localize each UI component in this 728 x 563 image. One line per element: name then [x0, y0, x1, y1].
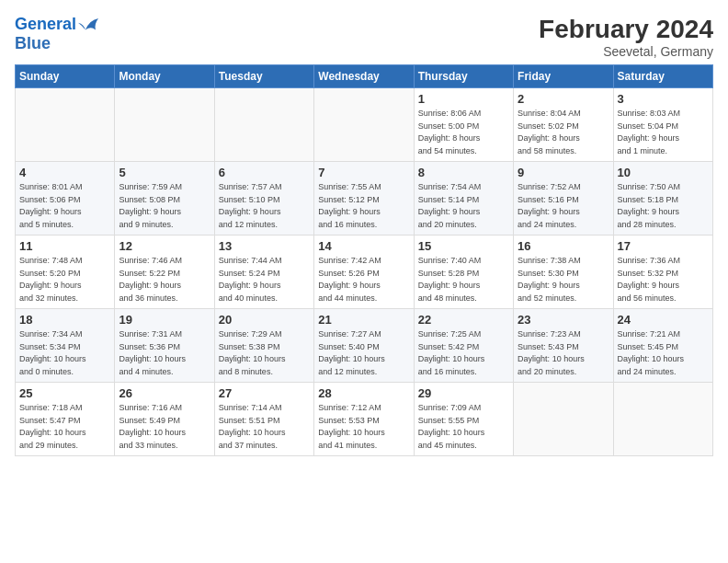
logo-general: General: [15, 15, 76, 33]
day-number: 11: [19, 239, 110, 253]
day-info: Sunrise: 7:18 AM Sunset: 5:47 PM Dayligh…: [19, 402, 110, 452]
day-number: 26: [119, 386, 210, 400]
calendar-cell: 18Sunrise: 7:34 AM Sunset: 5:34 PM Dayli…: [16, 309, 115, 383]
calendar-cell: 20Sunrise: 7:29 AM Sunset: 5:38 PM Dayli…: [214, 309, 313, 383]
calendar-cell: 13Sunrise: 7:44 AM Sunset: 5:24 PM Dayli…: [214, 236, 313, 309]
day-number: 28: [318, 386, 409, 400]
day-number: 5: [119, 166, 210, 179]
calendar-cell: 9Sunrise: 7:52 AM Sunset: 5:16 PM Daylig…: [514, 162, 613, 236]
calendar-cell: 25Sunrise: 7:18 AM Sunset: 5:47 PM Dayli…: [16, 383, 115, 456]
day-number: 23: [518, 313, 609, 327]
logo-bird-icon: [78, 15, 98, 35]
calendar-cell: 17Sunrise: 7:36 AM Sunset: 5:32 PM Dayli…: [613, 236, 712, 309]
col-friday: Friday: [514, 65, 613, 88]
calendar-cell: 23Sunrise: 7:23 AM Sunset: 5:43 PM Dayli…: [514, 309, 613, 383]
col-tuesday: Tuesday: [214, 65, 313, 88]
day-number: 18: [19, 313, 110, 327]
page-subtitle: Seevetal, Germany: [539, 44, 713, 59]
calendar-cell: 26Sunrise: 7:16 AM Sunset: 5:49 PM Dayli…: [115, 383, 214, 456]
calendar-cell: 22Sunrise: 7:25 AM Sunset: 5:42 PM Dayli…: [414, 309, 513, 383]
day-info: Sunrise: 7:57 AM Sunset: 5:10 PM Dayligh…: [219, 181, 310, 231]
calendar-week-1: 1Sunrise: 8:06 AM Sunset: 5:00 PM Daylig…: [16, 88, 713, 162]
day-number: 29: [418, 386, 509, 400]
day-number: 12: [119, 239, 210, 253]
day-number: 16: [518, 239, 609, 253]
day-info: Sunrise: 7:31 AM Sunset: 5:36 PM Dayligh…: [119, 328, 210, 378]
day-number: 15: [418, 239, 509, 253]
header: General Blue February 2024 Seevetal, Ger…: [15, 15, 713, 59]
day-info: Sunrise: 7:16 AM Sunset: 5:49 PM Dayligh…: [119, 402, 210, 452]
calendar-cell: 15Sunrise: 7:40 AM Sunset: 5:28 PM Dayli…: [414, 236, 513, 309]
day-info: Sunrise: 7:55 AM Sunset: 5:12 PM Dayligh…: [318, 181, 409, 231]
day-number: 14: [318, 239, 409, 253]
day-number: 3: [618, 92, 709, 106]
title-area: February 2024 Seevetal, Germany: [539, 15, 713, 59]
day-info: Sunrise: 7:48 AM Sunset: 5:20 PM Dayligh…: [19, 255, 110, 304]
day-info: Sunrise: 7:09 AM Sunset: 5:55 PM Dayligh…: [418, 402, 509, 452]
day-number: 25: [19, 386, 110, 400]
calendar-cell: 1Sunrise: 8:06 AM Sunset: 5:00 PM Daylig…: [414, 88, 513, 162]
day-info: Sunrise: 8:01 AM Sunset: 5:06 PM Dayligh…: [19, 181, 110, 231]
calendar-cell: 16Sunrise: 7:38 AM Sunset: 5:30 PM Dayli…: [514, 236, 613, 309]
calendar-cell: 19Sunrise: 7:31 AM Sunset: 5:36 PM Dayli…: [115, 309, 214, 383]
calendar-cell: 27Sunrise: 7:14 AM Sunset: 5:51 PM Dayli…: [214, 383, 313, 456]
calendar-header-row: Sunday Monday Tuesday Wednesday Thursday…: [16, 65, 713, 88]
day-info: Sunrise: 7:14 AM Sunset: 5:51 PM Dayligh…: [219, 402, 310, 452]
calendar-cell: 5Sunrise: 7:59 AM Sunset: 5:08 PM Daylig…: [115, 162, 214, 236]
day-number: 24: [618, 313, 709, 327]
calendar-week-4: 18Sunrise: 7:34 AM Sunset: 5:34 PM Dayli…: [16, 309, 713, 383]
calendar-cell: 4Sunrise: 8:01 AM Sunset: 5:06 PM Daylig…: [16, 162, 115, 236]
calendar-cell: [115, 88, 214, 162]
day-info: Sunrise: 7:34 AM Sunset: 5:34 PM Dayligh…: [19, 328, 110, 378]
calendar-cell: 3Sunrise: 8:03 AM Sunset: 5:04 PM Daylig…: [613, 88, 712, 162]
day-number: 22: [418, 313, 509, 327]
calendar-cell: [514, 383, 613, 456]
day-info: Sunrise: 7:38 AM Sunset: 5:30 PM Dayligh…: [518, 255, 609, 304]
day-number: 21: [318, 313, 409, 327]
day-info: Sunrise: 7:12 AM Sunset: 5:53 PM Dayligh…: [318, 402, 409, 452]
day-number: 19: [119, 313, 210, 327]
calendar-cell: 10Sunrise: 7:50 AM Sunset: 5:18 PM Dayli…: [613, 162, 712, 236]
page-title: February 2024: [539, 15, 713, 44]
logo-blue: Blue: [15, 35, 98, 53]
day-info: Sunrise: 7:40 AM Sunset: 5:28 PM Dayligh…: [418, 255, 509, 304]
calendar-cell: 14Sunrise: 7:42 AM Sunset: 5:26 PM Dayli…: [314, 236, 414, 309]
day-info: Sunrise: 7:46 AM Sunset: 5:22 PM Dayligh…: [119, 255, 210, 304]
calendar-cell: 7Sunrise: 7:55 AM Sunset: 5:12 PM Daylig…: [314, 162, 414, 236]
calendar-cell: 21Sunrise: 7:27 AM Sunset: 5:40 PM Dayli…: [314, 309, 414, 383]
logo: General Blue: [15, 15, 98, 53]
day-number: 4: [19, 166, 110, 179]
day-info: Sunrise: 7:42 AM Sunset: 5:26 PM Dayligh…: [318, 255, 409, 304]
day-number: 8: [418, 166, 509, 179]
col-wednesday: Wednesday: [314, 65, 414, 88]
calendar-cell: 8Sunrise: 7:54 AM Sunset: 5:14 PM Daylig…: [414, 162, 513, 236]
calendar-cell: [16, 88, 115, 162]
day-info: Sunrise: 8:04 AM Sunset: 5:02 PM Dayligh…: [518, 108, 609, 157]
day-number: 20: [219, 313, 310, 327]
calendar-cell: 12Sunrise: 7:46 AM Sunset: 5:22 PM Dayli…: [115, 236, 214, 309]
calendar-cell: [314, 88, 414, 162]
calendar-week-2: 4Sunrise: 8:01 AM Sunset: 5:06 PM Daylig…: [16, 162, 713, 236]
calendar-week-3: 11Sunrise: 7:48 AM Sunset: 5:20 PM Dayli…: [16, 236, 713, 309]
day-number: 2: [518, 92, 609, 106]
col-saturday: Saturday: [613, 65, 712, 88]
calendar-cell: 6Sunrise: 7:57 AM Sunset: 5:10 PM Daylig…: [214, 162, 313, 236]
calendar-cell: 11Sunrise: 7:48 AM Sunset: 5:20 PM Dayli…: [16, 236, 115, 309]
col-monday: Monday: [115, 65, 214, 88]
day-info: Sunrise: 8:06 AM Sunset: 5:00 PM Dayligh…: [418, 108, 509, 157]
calendar-cell: 2Sunrise: 8:04 AM Sunset: 5:02 PM Daylig…: [514, 88, 613, 162]
day-info: Sunrise: 7:25 AM Sunset: 5:42 PM Dayligh…: [418, 328, 509, 378]
day-info: Sunrise: 7:44 AM Sunset: 5:24 PM Dayligh…: [219, 255, 310, 304]
day-info: Sunrise: 7:23 AM Sunset: 5:43 PM Dayligh…: [518, 328, 609, 378]
col-sunday: Sunday: [16, 65, 115, 88]
col-thursday: Thursday: [414, 65, 513, 88]
day-info: Sunrise: 7:27 AM Sunset: 5:40 PM Dayligh…: [318, 328, 409, 378]
day-info: Sunrise: 7:21 AM Sunset: 5:45 PM Dayligh…: [618, 328, 709, 378]
calendar-cell: [214, 88, 313, 162]
calendar-week-5: 25Sunrise: 7:18 AM Sunset: 5:47 PM Dayli…: [16, 383, 713, 456]
calendar-cell: 28Sunrise: 7:12 AM Sunset: 5:53 PM Dayli…: [314, 383, 414, 456]
calendar-cell: [613, 383, 712, 456]
day-number: 13: [219, 239, 310, 253]
calendar-cell: 24Sunrise: 7:21 AM Sunset: 5:45 PM Dayli…: [613, 309, 712, 383]
day-info: Sunrise: 7:29 AM Sunset: 5:38 PM Dayligh…: [219, 328, 310, 378]
